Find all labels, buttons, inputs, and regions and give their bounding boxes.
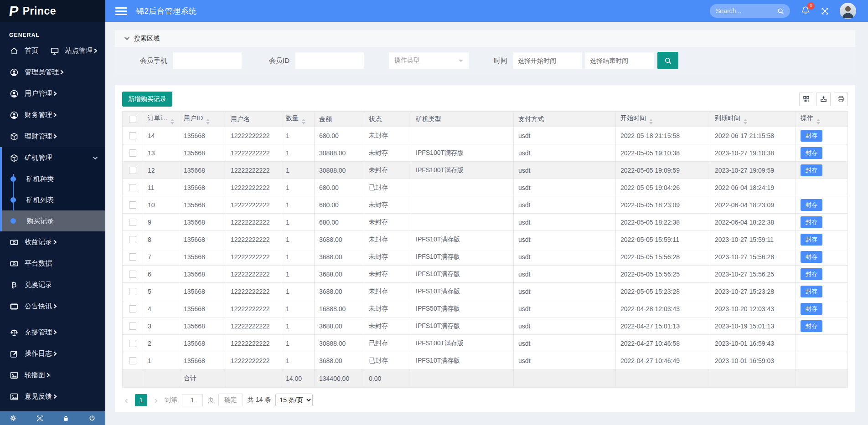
cell-qty: 1 [281,127,315,144]
summary-label: 合计 [179,369,226,388]
operation-type-select[interactable]: 操作类型 [389,52,469,69]
sidebar-item-home[interactable]: 首页 [0,40,50,61]
user-avatar[interactable] [840,3,856,19]
seal-button[interactable]: 封存 [801,303,822,315]
current-page-button[interactable]: 1 [135,394,147,406]
col-qty[interactable]: 数量 [281,112,315,127]
search-icon[interactable] [777,8,784,15]
sidebar-item-purchase-records[interactable]: 购买记录 [2,210,105,231]
row-checkbox[interactable] [129,271,136,278]
sort-icon[interactable] [206,119,210,124]
seal-button[interactable]: 封存 [801,199,822,211]
columns-toggle-button[interactable] [799,92,813,106]
power-icon[interactable] [89,415,95,421]
sidebar-item-deposit-withdraw[interactable]: 充提管理 [0,322,105,343]
select-all-checkbox[interactable] [129,116,136,123]
sidebar-section-label: GENERAL [0,22,105,40]
chevron-right-icon [53,240,57,245]
export-button[interactable] [816,92,831,106]
start-time-input[interactable] [513,52,582,69]
print-button[interactable] [834,92,848,106]
sort-icon[interactable] [302,119,305,124]
sidebar-item-feedback[interactable]: 意见反馈 [0,386,105,407]
gear-icon[interactable] [10,415,16,421]
row-checkbox[interactable] [129,357,136,364]
sort-icon[interactable] [649,119,653,124]
seal-button[interactable]: 封存 [801,234,822,246]
sidebar-item-miner-type[interactable]: 矿机种类 [2,169,105,189]
sidebar-item-platform-data[interactable]: 平台数据 [0,253,105,274]
table-row: 51356681222222222213688.00未封存IPFS10T满存版u… [123,283,848,300]
phone-input[interactable] [173,52,242,69]
seal-button[interactable]: 封存 [801,216,822,228]
sidebar-item-finance-mgmt[interactable]: 财务管理 [0,104,105,126]
row-checkbox[interactable] [129,288,136,295]
row-checkbox[interactable] [129,253,136,261]
sort-icon[interactable] [744,119,747,124]
row-checkbox[interactable] [129,236,136,243]
col-start[interactable]: 开始时间 [616,112,710,127]
confirm-page-button[interactable]: 确定 [218,394,243,406]
header-actions: 0 [710,3,856,19]
cell-end: 2022-06-04 18:24:19 [710,179,796,196]
row-checkbox[interactable] [129,149,136,157]
seal-button[interactable]: 封存 [801,320,822,332]
lock-icon[interactable] [63,415,69,421]
app-logo: P Prince [0,0,105,22]
row-checkbox[interactable] [129,132,136,139]
cell-amount: 3688.00 [315,248,364,266]
sidebar-item-operation-logs[interactable]: 操作日志 [0,343,105,364]
seal-button[interactable]: 封存 [801,286,822,297]
monitor-icon [50,46,59,56]
hamburger-menu-icon[interactable] [115,5,127,17]
row-checkbox[interactable] [129,184,136,191]
seal-button[interactable]: 封存 [801,268,822,280]
seal-button[interactable]: 封存 [801,147,822,159]
sidebar-item-exchange-records[interactable]: 兑换记录 [0,274,105,296]
notifications-button[interactable]: 0 [801,6,810,16]
sidebar-item-miner-list[interactable]: 矿机列表 [2,189,105,210]
sidebar-item-admin-mgmt[interactable]: 管理员管理 [0,61,105,83]
search-button[interactable] [657,52,678,69]
prev-page-icon[interactable]: ‹ [122,395,130,405]
sidebar-item-carousel[interactable]: 轮播图 [0,364,105,386]
cell-uname: 12222222222 [226,127,281,144]
add-purchase-record-button[interactable]: 新增购买记录 [122,92,172,107]
header-search [710,4,790,18]
cell-id: 12 [143,162,179,179]
table-row: 1213566812222222222130888.00未封存IPFS100T满… [123,162,848,179]
search-panel-header[interactable]: 搜索区域 [115,30,855,47]
sidebar-item-user-mgmt[interactable]: 用户管理 [0,83,105,104]
sidebar-item-income-records[interactable]: 收益记录 [0,231,105,253]
end-time-input[interactable] [585,52,654,69]
row-checkbox[interactable] [129,201,136,209]
col-action[interactable]: 操作 [796,112,848,127]
sidebar-item-miner-mgmt[interactable]: 矿机管理 [2,147,105,169]
page-size-select[interactable]: 15 条/页 [275,394,313,406]
member-id-input[interactable] [295,52,364,69]
seal-button[interactable]: 封存 [801,251,822,263]
col-id[interactable]: 订单i... [143,112,179,127]
sidebar-item-wealth-mgmt[interactable]: 理财管理 [0,126,105,147]
expand-icon[interactable] [36,415,43,422]
goto-page-input[interactable] [182,394,203,406]
sidebar-item-announcements[interactable]: 公告快讯 [0,296,105,317]
row-checkbox[interactable] [129,340,136,347]
next-page-icon[interactable]: › [152,395,160,405]
col-end[interactable]: 到期时间 [710,112,796,127]
col-uid[interactable]: 用户ID [179,112,226,127]
row-checkbox[interactable] [129,219,136,226]
sort-icon[interactable] [170,119,174,124]
header-search-input[interactable] [716,7,774,15]
seal-button[interactable]: 封存 [801,164,822,176]
seal-button[interactable]: 封存 [801,130,822,142]
cell-action: 封存 [796,266,848,283]
row-checkbox[interactable] [129,167,136,174]
sort-icon[interactable] [816,119,820,124]
row-checkbox[interactable] [129,323,136,330]
chevron-right-icon [53,394,57,399]
row-checkbox[interactable] [129,305,136,312]
sidebar-item-site-mgmt[interactable]: 站点管理 [50,40,98,61]
cell-action: 封存 [796,162,848,179]
fullscreen-icon[interactable] [821,7,829,15]
